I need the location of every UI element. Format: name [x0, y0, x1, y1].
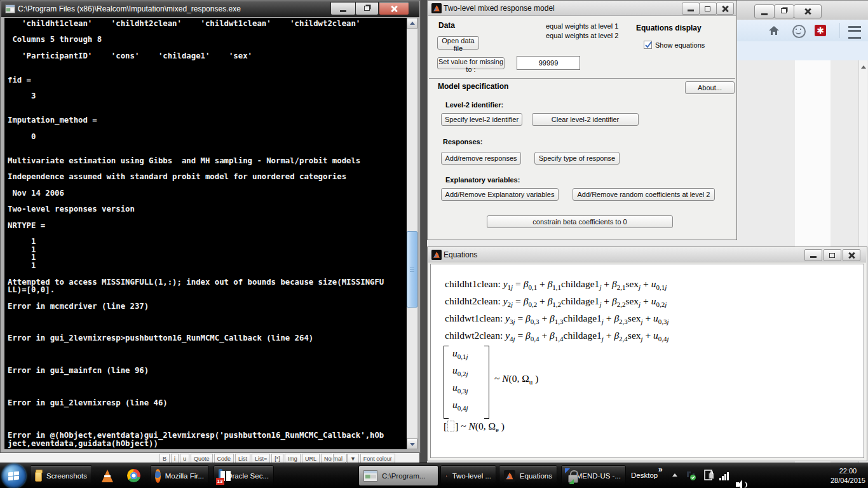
taskbar-item-matlab-model[interactable]: Two-level ... [440, 465, 496, 486]
scrollbar-down-button[interactable] [407, 438, 417, 449]
e-dist: [] ~ N(0, Ωe ) [444, 421, 505, 433]
lock-sync-icon [566, 469, 572, 483]
editor-toolbar-button[interactable]: Quote [191, 454, 213, 463]
editor-toolbar-button[interactable]: Font colour [360, 454, 395, 463]
taskbar-item-mend[interactable]: MEND-US -... [561, 465, 626, 486]
firefox-maximize-button[interactable] [774, 4, 794, 18]
weights-level2-text: equal weights at level 2 [546, 32, 618, 39]
console-scrollbar[interactable] [407, 18, 417, 449]
clear-level2-button[interactable]: Clear level-2 identifier [532, 113, 639, 126]
toolbar-chevron[interactable]: » [658, 465, 663, 474]
taskbar-item-vlc[interactable] [96, 465, 119, 486]
network-signal-icon[interactable] [719, 471, 731, 480]
u-vector-term: u0,2j [452, 365, 468, 382]
add-remove-explanatory-button[interactable]: Add/Remove Explanatory variables [441, 188, 559, 201]
windows-flag-icon [8, 471, 20, 480]
matlab-icon [431, 250, 442, 260]
model-titlebar[interactable]: Two-level mixed response model [428, 1, 736, 16]
taskbar-label: C:\Program... [382, 472, 425, 480]
equations-maximize-button[interactable] [824, 249, 841, 261]
show-hidden-icons[interactable] [672, 473, 677, 477]
console-minimize-button[interactable] [330, 2, 356, 15]
editor-toolbar-button[interactable]: i [171, 454, 179, 463]
editor-toolbar-button[interactable]: List [235, 454, 250, 463]
scrollbar-thumb[interactable] [407, 231, 417, 308]
add-remove-responses-button[interactable]: Add/remove responses [441, 152, 521, 165]
taskbar-clock[interactable]: 22:00 28/04/2015 [831, 466, 865, 485]
chat-smiley-icon[interactable] [792, 25, 806, 38]
taskbar-label: Equations [520, 472, 552, 480]
window-edge-grip [332, 454, 334, 462]
vlc-cone-icon [102, 470, 113, 482]
model-maximize-button[interactable] [699, 3, 717, 15]
oracle-grid-icon: 13 [219, 469, 222, 483]
vector-bracket-left [444, 346, 449, 419]
equations-close-button[interactable] [843, 249, 860, 261]
editor-toolbar-button[interactable]: B [159, 454, 170, 463]
taskbar-item-matlab-equations[interactable]: Equations [499, 465, 557, 486]
u-vector-term: u0,4j [452, 399, 468, 416]
firefox-minimize-button[interactable] [754, 4, 775, 18]
editor-toolbar-button[interactable]: [*] [271, 454, 283, 463]
editor-toolbar-button[interactable]: u [180, 454, 189, 463]
taskbar-item-screenshots[interactable]: Screenshots [30, 465, 92, 486]
lastpass-icon[interactable] [815, 25, 826, 36]
scrollbar-up-button[interactable] [407, 18, 417, 29]
taskbar-item-oracle[interactable]: 13 Oracle Sec... [214, 465, 274, 486]
explanatory-label: Explanatory variables: [445, 176, 520, 184]
data-section-heading: Data [438, 21, 455, 30]
home-icon[interactable] [768, 25, 780, 36]
toolbar-divider [839, 23, 840, 38]
desktop-toolbar[interactable]: Desktop [631, 471, 658, 479]
show-equations-checkbox[interactable] [644, 41, 652, 49]
equations-minimize-button[interactable] [804, 249, 822, 261]
console-window: C:\Program Files (x86)\Realcom\Imputatio… [0, 0, 421, 453]
editor-toolbar-button[interactable]: URL [302, 454, 320, 463]
equation-line: childht1clean: y1j = β0,1 + β1,1childage… [445, 278, 669, 295]
editor-toolbar-button[interactable]: Img [285, 454, 301, 463]
equations-titlebar[interactable]: Equations [428, 248, 866, 262]
desktop-screen: BiuQuoteCodeListList=[*]ImgURLNormal▼Fon… [0, 0, 868, 488]
editor-toolbar: BiuQuoteCodeListList=[*]ImgURLNormal▼Fon… [159, 452, 396, 463]
editor-toolbar-button[interactable]: ▼ [347, 454, 359, 463]
missing-value-field[interactable] [517, 56, 580, 70]
equations-title-text: Equations [444, 250, 477, 259]
volume-icon[interactable] [736, 480, 747, 488]
taskbar-label: MEND-US -... [576, 472, 621, 480]
editor-toolbar-button[interactable]: Code [214, 454, 234, 463]
clock-time: 22:00 [831, 466, 865, 476]
responses-label: Responses: [443, 138, 482, 146]
taskbar-item-firefox[interactable]: Mozilla Fir... [150, 465, 209, 486]
equations-display-heading: Equations display [636, 24, 702, 32]
firefox-close-button[interactable] [794, 4, 822, 18]
u-vector-rows: u0,1ju0,2ju0,3ju0,4j [452, 348, 468, 416]
folder-icon [35, 471, 42, 482]
open-data-file-button[interactable]: Open data file [437, 36, 479, 50]
specify-level2-button[interactable]: Specify level-2 identifier [441, 113, 522, 126]
console-close-button[interactable] [379, 2, 409, 15]
model-close-button[interactable] [716, 3, 734, 15]
console-restore-button[interactable] [355, 2, 379, 15]
set-missing-button[interactable]: Set value for missing to : [437, 57, 505, 69]
scroll-up-icon[interactable] [861, 65, 866, 69]
u-vector-term: u0,3j [452, 382, 468, 399]
about-button[interactable]: About... [685, 81, 735, 94]
equation-lines: childht1clean: y1j = β0,1 + β1,1childage… [445, 278, 669, 347]
taskbar-item-chrome[interactable] [121, 465, 146, 486]
clock-date: 28/04/2015 [831, 476, 865, 485]
console-client-area[interactable]: 'childht1clean' 'childht2clean' 'childwt… [4, 18, 407, 449]
editor-toolbar-button[interactable]: List= [252, 454, 270, 463]
removable-device-icon[interactable] [704, 470, 714, 481]
add-remove-random-button[interactable]: Add/Remove random coefficients at level … [573, 188, 715, 201]
constrain-beta-button[interactable]: constrain beta coefficients to 0 [487, 215, 673, 228]
start-button[interactable] [2, 464, 26, 488]
selection-box[interactable] [447, 421, 454, 431]
console-titlebar[interactable]: C:\Program Files (x86)\Realcom\Imputatio… [1, 1, 419, 17]
update-agent-icon[interactable] [685, 470, 696, 481]
model-minimize-button[interactable] [682, 3, 700, 15]
equation-line: childht2clean: y2j = β0,2 + β1,2childage… [445, 295, 669, 313]
menu-hamburger-icon[interactable] [848, 26, 861, 39]
taskbar-item-console[interactable]: C:\Program... [358, 465, 438, 486]
console-title-text: C:\Program Files (x86)\Realcom\Imputatio… [18, 4, 241, 13]
specify-type-button[interactable]: Specify type of response [534, 152, 620, 165]
